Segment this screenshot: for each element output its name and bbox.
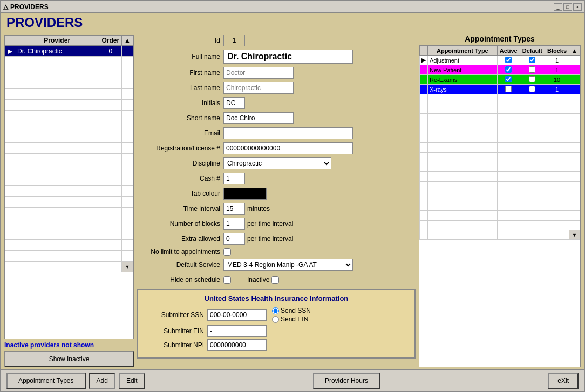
table-row[interactable] [5,132,133,143]
short-name-field[interactable] [223,112,294,124]
extra-allowed-field[interactable] [223,233,245,245]
bottom-toolbar: Appointment Types Add Edit Provider Hour… [1,369,584,391]
table-row[interactable]: ▶ Dr. Chiropractic 0 [5,46,133,57]
last-name-label: Last name [137,84,223,92]
appointment-types-panel: Appointment Types Appointment Type Activ… [419,35,581,367]
col-scroll-up[interactable]: ▲ [122,36,133,46]
discipline-select[interactable]: Chiropractic Medical Other [223,157,331,169]
send-ein-radio[interactable] [272,316,279,323]
appt-active-check[interactable] [497,65,520,75]
short-name-label: Short name [137,114,223,122]
time-interval-row: Time interval minutes [137,203,416,215]
time-interval-field[interactable] [223,203,245,215]
id-field[interactable] [223,35,245,46]
submitter-npi-field[interactable] [207,339,267,351]
provider-hours-button[interactable]: Provider Hours [313,373,380,389]
discipline-row: Discipline Chiropractic Medical Other [137,157,416,169]
insurance-section: United States Health Insurance Informati… [137,289,416,359]
appt-scroll-cell [569,56,580,65]
appt-table-row [420,172,580,182]
num-blocks-row: Number of blocks per time interval [137,218,416,230]
table-row[interactable] [5,186,133,197]
appt-default-check[interactable] [520,75,545,85]
first-name-field[interactable] [223,67,294,79]
appt-active-check[interactable] [497,85,520,94]
table-row[interactable] [5,164,133,175]
appt-table-row[interactable]: Re-Exams 10 [420,75,580,85]
submitter-ssn-field[interactable] [207,309,267,321]
table-row[interactable]: ▼ [5,262,133,272]
edit-button[interactable]: Edit [119,373,145,389]
table-row[interactable] [5,78,133,89]
appt-scroll-up[interactable]: ▲ [569,46,580,56]
appt-default-check[interactable] [520,65,545,75]
reg-license-field[interactable] [223,142,353,154]
table-row[interactable] [5,154,133,164]
appt-type-name: X-rays [428,85,498,94]
last-name-row: Last name [137,82,416,94]
appointment-types-title: Appointment Types [419,35,581,43]
appt-active-check[interactable] [497,56,520,65]
appt-table-row [420,221,580,230]
email-row: Email [137,127,416,139]
table-row[interactable] [5,240,133,251]
table-row[interactable] [5,111,133,121]
appt-default-check[interactable] [520,85,545,94]
num-blocks-label: Number of blocks [137,220,223,228]
table-row[interactable] [5,229,133,240]
appt-table-row [420,133,580,143]
provider-order: 0 [99,46,122,57]
tab-colour-picker[interactable] [223,188,267,200]
appt-table-row [420,211,580,221]
appt-table-row[interactable]: X-rays 1 [420,85,580,94]
exit-button[interactable]: eXit [548,373,579,389]
table-row[interactable] [5,100,133,111]
table-row[interactable] [5,121,133,132]
inactive-checkbox[interactable] [271,276,279,284]
initials-row: Initials [137,97,416,109]
hide-on-schedule-checkbox[interactable] [223,276,231,284]
hide-schedule-label: Hide on schedule [137,276,223,284]
table-row[interactable] [5,175,133,186]
table-row[interactable] [5,89,133,100]
maximize-button[interactable]: □ [563,3,572,11]
inactive-providers-msg: Inactive providers not shown [4,341,134,349]
submitter-ein-row: Submitter EIN [142,325,410,337]
cash-field[interactable] [223,173,245,184]
appt-scroll-down-btn[interactable]: ▼ [569,230,580,240]
main-content: Provider Order ▲ ▶ Dr. Chiropractic 0 [1,32,584,369]
appt-active-check[interactable] [497,75,520,85]
table-row[interactable] [5,143,133,154]
submitter-ein-field[interactable] [207,325,267,337]
default-service-label: Default Service [137,261,223,269]
insurance-title: United States Health Insurance Informati… [142,294,410,302]
table-row[interactable] [5,57,133,67]
appt-table-row[interactable]: ▶ Adjustment 1 [420,56,580,65]
email-field[interactable] [223,127,353,139]
table-row[interactable] [5,208,133,218]
minimize-button[interactable]: _ [554,3,562,11]
send-ssn-radio[interactable] [272,307,279,314]
appt-table-row[interactable]: New Patient 1 [420,65,580,75]
appointment-types-button[interactable]: Appointment Types [6,373,86,389]
discipline-label: Discipline [137,160,223,167]
last-name-field[interactable] [223,82,294,94]
show-inactive-button[interactable]: Show Inactive [4,351,134,367]
add-button[interactable]: Add [89,373,115,389]
submitter-npi-row: Submitter NPI [142,339,410,351]
appt-arrow [420,85,428,94]
num-blocks-field[interactable] [223,218,245,230]
scroll-down-btn[interactable]: ▼ [122,262,133,272]
providers-footer: Inactive providers not shown Show Inacti… [4,341,134,367]
close-button[interactable]: × [573,3,582,11]
initials-field[interactable] [223,97,245,109]
table-row[interactable] [5,197,133,208]
table-row[interactable] [5,67,133,78]
provider-name: Dr. Chiropractic [15,46,99,57]
default-service-select[interactable]: MED 3-4 Region Manip -GA AT [223,259,353,271]
table-row[interactable] [5,251,133,262]
reg-license-label: Registration/License # [137,145,223,152]
appt-default-check[interactable] [520,56,545,65]
table-row[interactable] [5,218,133,229]
no-limit-checkbox[interactable] [223,248,231,256]
